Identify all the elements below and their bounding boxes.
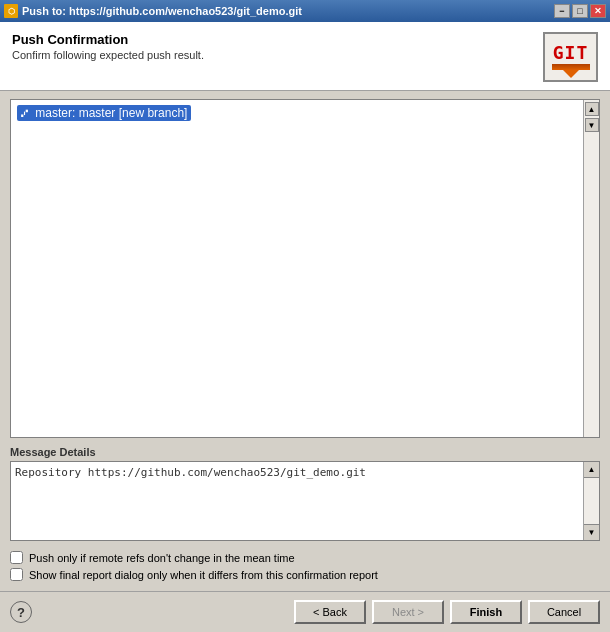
title-bar: ⬡ Push to: https://github.com/wenchao523… <box>0 0 610 22</box>
tree-item-selected[interactable]: ⑇ master: master [new branch] <box>17 105 191 121</box>
next-button[interactable]: Next > <box>372 600 444 624</box>
checkbox-row-1: Push only if remote refs don't change in… <box>10 551 600 564</box>
message-scroll-down[interactable]: ▼ <box>584 524 599 540</box>
tree-scrollbar-vertical[interactable]: ▲ ▼ <box>583 100 599 437</box>
app-icon: ⬡ <box>4 4 18 18</box>
tree-item-label: master: master [new branch] <box>35 106 187 120</box>
dialog-subtitle: Confirm following expected push result. <box>12 49 204 61</box>
close-button[interactable]: ✕ <box>590 4 606 18</box>
bottom-right: < Back Next > Finish Cancel <box>294 600 600 624</box>
dialog-content: ⑇ master: master [new branch] ▲ ▼ Messag… <box>0 91 610 591</box>
message-label: Message Details <box>10 446 600 458</box>
minimize-button[interactable]: − <box>554 4 570 18</box>
show-final-report-label[interactable]: Show final report dialog only when it di… <box>29 569 378 581</box>
restore-button[interactable]: □ <box>572 4 588 18</box>
tree-panel: ⑇ master: master [new branch] ▲ ▼ <box>10 99 600 438</box>
push-only-checkbox[interactable] <box>10 551 23 564</box>
git-logo-triangle <box>563 70 579 78</box>
message-box-wrapper: ▲ ▼ <box>10 461 600 541</box>
checkbox-row-2: Show final report dialog only when it di… <box>10 568 600 581</box>
main-dialog: Push Confirmation Confirm following expe… <box>0 22 610 632</box>
message-box[interactable] <box>11 462 583 540</box>
git-logo-text: GIT <box>553 44 589 62</box>
back-button[interactable]: < Back <box>294 600 366 624</box>
dialog-bottom: ? < Back Next > Finish Cancel <box>0 591 610 632</box>
message-scrollbar[interactable]: ▲ ▼ <box>583 462 599 540</box>
title-bar-left: ⬡ Push to: https://github.com/wenchao523… <box>4 4 302 18</box>
git-logo: GIT <box>543 32 598 82</box>
tree-item[interactable]: ⑇ master: master [new branch] <box>15 104 579 122</box>
title-bar-controls: − □ ✕ <box>554 4 606 18</box>
scroll-down-button[interactable]: ▼ <box>585 118 599 132</box>
branch-icon: ⑇ <box>21 106 28 120</box>
scroll-up-button[interactable]: ▲ <box>585 102 599 116</box>
message-scroll-up[interactable]: ▲ <box>584 462 599 478</box>
dialog-header: Push Confirmation Confirm following expe… <box>0 22 610 91</box>
finish-button[interactable]: Finish <box>450 600 522 624</box>
push-only-label[interactable]: Push only if remote refs don't change in… <box>29 552 295 564</box>
checkbox-section: Push only if remote refs don't change in… <box>10 549 600 583</box>
message-scroll-track <box>584 478 599 524</box>
header-text: Push Confirmation Confirm following expe… <box>12 32 204 61</box>
bottom-left: ? <box>10 601 32 623</box>
show-final-report-checkbox[interactable] <box>10 568 23 581</box>
dialog-title: Push Confirmation <box>12 32 204 47</box>
help-button[interactable]: ? <box>10 601 32 623</box>
window-title: Push to: https://github.com/wenchao523/g… <box>22 5 302 17</box>
message-section: Message Details ▲ ▼ <box>10 446 600 541</box>
tree-content[interactable]: ⑇ master: master [new branch] <box>11 100 583 437</box>
git-logo-bar <box>552 64 590 70</box>
cancel-button[interactable]: Cancel <box>528 600 600 624</box>
